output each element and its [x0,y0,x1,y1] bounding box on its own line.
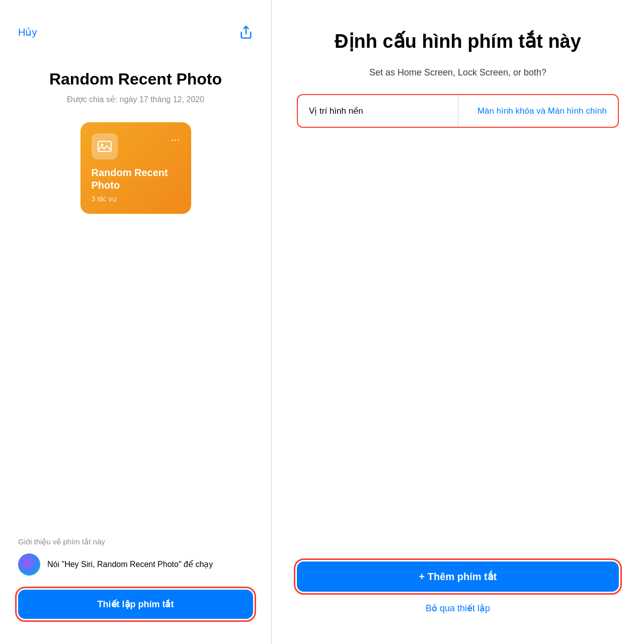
share-icon[interactable] [239,25,253,39]
intro-section: Giới thiệu về phím tắt này Nói "Hey Siri… [18,537,253,576]
wallpaper-options[interactable]: Vị trí hình nền Màn hình khóa và Màn hìn… [297,94,619,128]
left-subtitle: Được chia sẻ: ngày 17 tháng 12, 2020 [18,95,253,104]
siri-text: Nói "Hey Siri, Random Recent Photo" để c… [47,559,213,570]
svg-rect-1 [98,141,111,151]
siri-row: Nói "Hey Siri, Random Recent Photo" để c… [18,553,253,576]
card-tasks: 3 tác vụ [92,195,180,203]
left-title: Random Recent Photo [18,69,253,89]
add-shortcut-button[interactable]: + Thêm phím tắt [297,561,619,592]
wallpaper-selection-label[interactable]: Màn hình khóa và Màn hình chính [458,95,618,127]
card-icon-row: ··· [92,133,180,159]
skip-setup-link[interactable]: Bỏ qua thiết lập [297,603,619,614]
siri-icon [18,553,40,576]
shortcut-card: ··· Random Recent Photo 3 tác vụ [80,122,191,214]
card-photo-icon [92,133,118,159]
card-title: Random Recent Photo [92,167,180,192]
right-subtitle: Set as Home Screen, Lock Screen, or both… [297,67,619,78]
right-spacer [297,148,619,561]
cancel-button[interactable]: Hủy [18,26,37,38]
card-options-icon[interactable]: ··· [171,133,180,146]
right-panel: Định cấu hình phím tắt này Set as Home S… [272,0,644,644]
left-header: Hủy [18,25,253,39]
left-panel: Hủy Random Recent Photo Được chia sẻ: ng… [0,0,272,644]
svg-point-2 [101,144,103,146]
wallpaper-position-label[interactable]: Vị trí hình nền [298,96,458,126]
intro-label: Giới thiệu về phím tắt này [18,537,253,546]
right-title: Định cấu hình phím tắt này [297,30,619,53]
wallpaper-row: Vị trí hình nền Màn hình khóa và Màn hìn… [298,95,618,127]
setup-button[interactable]: Thiết lập phím tắt [18,590,253,619]
